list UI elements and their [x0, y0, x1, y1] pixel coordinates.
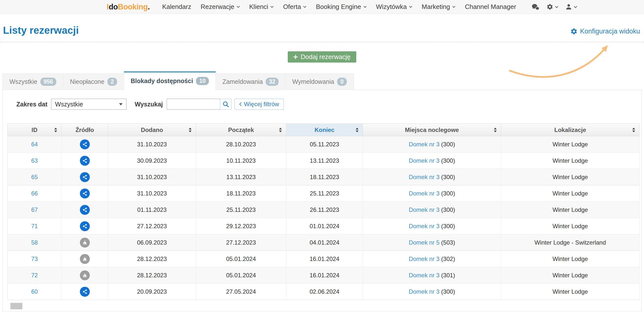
sort-icon: [279, 128, 282, 132]
unit-link[interactable]: Domek nr 3: [409, 223, 440, 230]
unit-link[interactable]: Domek nr 3: [409, 206, 440, 213]
table-row: 6330.09.202310.11.202313.11.2023Domek nr…: [8, 152, 640, 169]
reservation-id-link[interactable]: 67: [31, 206, 38, 213]
unit-link[interactable]: Domek nr 3: [409, 141, 440, 148]
settings-icon[interactable]: [546, 4, 558, 10]
column-header-label: Początek: [228, 126, 254, 133]
cell-end: 05.11.2023: [286, 136, 363, 152]
view-configuration-label: Konfiguracja widoku: [580, 28, 640, 35]
tab-blokady-dostepnosci[interactable]: Blokady dostępności10: [124, 72, 216, 90]
tab-wszystkie[interactable]: Wszystkie956: [2, 74, 63, 90]
unit-link[interactable]: Domek nr 3: [409, 157, 440, 164]
column-header-koniec[interactable]: Koniec: [286, 124, 363, 136]
nav-item-channel-manager[interactable]: Channel Manager: [465, 3, 516, 11]
date-range-label: Zakres dat: [16, 101, 48, 108]
nav-item-label: Kalendarz: [162, 3, 191, 11]
cell-location: Winter Lodge: [501, 136, 640, 152]
date-range-select[interactable]: Wszystkie: [51, 99, 126, 110]
view-configuration-link[interactable]: Konfiguracja widoku: [570, 28, 640, 35]
user-icon[interactable]: [565, 4, 577, 10]
tab-zameldowania[interactable]: Zameldowania32: [216, 74, 286, 90]
more-filters-button[interactable]: Więcej filtrów: [234, 99, 284, 110]
unit-link[interactable]: Domek nr 3: [409, 174, 440, 180]
tab-nieoplacone[interactable]: Nieopłacone2: [63, 74, 124, 90]
reservation-id-link[interactable]: 73: [31, 256, 38, 262]
reservation-id-link[interactable]: 66: [31, 190, 38, 197]
table-row: 7127.12.202329.12.202301.01.2024Domek nr…: [8, 218, 640, 234]
column-header-miejsca-noclegowe[interactable]: Miejsca noclegowe: [363, 124, 501, 136]
horizontal-scrollbar-thumb[interactable]: [10, 303, 22, 309]
logo-part: .: [148, 2, 150, 11]
reservation-lists-page: IdoBooking. KalendarzRezerwacjeKlienciOf…: [0, 0, 644, 318]
cell-unit: Domek nr 3 (300): [363, 169, 501, 185]
nav-item-booking-engine[interactable]: Booking Engine: [316, 3, 366, 11]
cell-added: 20.09.2023: [108, 284, 196, 300]
cell-added: 28.12.2023: [108, 251, 196, 267]
nav-item-label: Rezerwacje: [201, 3, 234, 11]
nav-item-marketing[interactable]: Marketing: [422, 3, 456, 11]
logo-part: do: [109, 2, 118, 11]
search-input[interactable]: [167, 99, 220, 110]
search-button[interactable]: [220, 99, 232, 110]
cell-end: 16.01.2024: [286, 251, 363, 267]
bell-icon: [80, 270, 90, 280]
column-header-poczatek[interactable]: Początek: [196, 124, 286, 136]
add-reservation-button[interactable]: Dodaj rezerwację: [288, 51, 356, 62]
nav-item-label: Booking Engine: [316, 3, 361, 11]
plus-icon: [294, 55, 298, 59]
reservation-id-link[interactable]: 65: [31, 174, 38, 180]
cell-source: [62, 218, 108, 234]
column-header-id[interactable]: ID: [8, 124, 62, 136]
unit-code: (300): [441, 223, 455, 230]
column-header-dodano[interactable]: Dodano: [108, 124, 196, 136]
cell-added: 31.10.2023: [108, 136, 196, 152]
nav-item-kalendarz[interactable]: Kalendarz: [162, 3, 191, 11]
messages-icon[interactable]: [532, 4, 540, 10]
cell-added: 28.12.2023: [108, 267, 196, 284]
reservation-id-link[interactable]: 64: [31, 141, 38, 148]
nav-item-oferta[interactable]: Oferta: [283, 3, 306, 11]
column-header-label: Źródło: [76, 126, 94, 133]
table-header-row: IDŹródłoDodanoPoczątekKoniecMiejsca nocl…: [8, 124, 640, 136]
idobooking-logo[interactable]: IdoBooking.: [107, 2, 150, 12]
column-header-label: ID: [32, 126, 38, 133]
cell-start: 27.05.2024: [196, 284, 286, 300]
unit-link[interactable]: Domek nr 3: [409, 288, 440, 295]
chevron-down-icon: [364, 6, 367, 8]
content-panel: Zakres dat Wszystkie Wyszukaj Więcej fil…: [2, 90, 642, 312]
unit-link[interactable]: Domek nr 3: [409, 256, 440, 262]
unit-code: (300): [441, 190, 455, 197]
cell-added: 31.10.2023: [108, 169, 196, 185]
cell-source: [62, 234, 108, 251]
reservation-id-link[interactable]: 63: [31, 157, 38, 164]
cell-start: 28.10.2023: [196, 136, 286, 152]
cell-start: 27.12.2023: [196, 234, 286, 251]
nav-item-label: Marketing: [422, 3, 450, 11]
unit-link[interactable]: Domek nr 3: [409, 272, 440, 278]
reservation-id-link[interactable]: 58: [31, 239, 38, 246]
cell-id: 66: [8, 185, 62, 202]
nav-item-wizytowka[interactable]: Wizytówka: [376, 3, 412, 11]
actions-row: Dodaj rezerwację: [0, 51, 644, 62]
column-header-lokalizacje[interactable]: Lokalizacje: [501, 124, 640, 136]
table-row: 5806.09.202327.12.202304.01.2024Domek nr…: [8, 234, 640, 251]
nav-item-rezerwacje[interactable]: Rezerwacje: [201, 3, 240, 11]
reservation-id-link[interactable]: 71: [31, 223, 38, 230]
cell-location: Winter Lodge: [501, 202, 640, 218]
unit-link[interactable]: Domek nr 5: [409, 239, 440, 246]
nav-item-klienci[interactable]: Klienci: [249, 3, 274, 11]
sort-icon: [356, 128, 359, 132]
column-header-zrodlo: Źródło: [62, 124, 108, 136]
logo-part: Booking: [118, 2, 148, 11]
chevron-down-icon: [574, 6, 577, 8]
reservation-id-link[interactable]: 60: [31, 288, 38, 295]
tab-wymeldowania[interactable]: Wymeldowania0: [285, 74, 354, 90]
reservation-id-link[interactable]: 72: [31, 272, 38, 278]
sort-icon: [54, 128, 57, 132]
unit-link[interactable]: Domek nr 3: [409, 190, 440, 197]
tab-label: Zameldowania: [222, 78, 263, 85]
more-filters-label: Więcej filtrów: [244, 101, 279, 108]
main-menu: KalendarzRezerwacjeKlienciOfertaBooking …: [162, 3, 516, 11]
cell-source: [62, 185, 108, 202]
tab-count-badge: 956: [40, 78, 56, 86]
